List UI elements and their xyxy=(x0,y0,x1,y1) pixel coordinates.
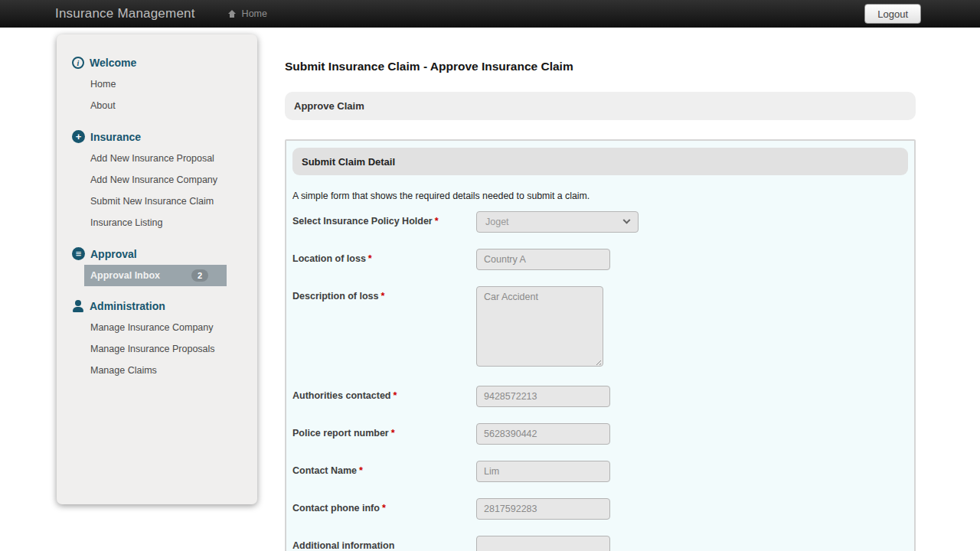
police-report-number-input[interactable] xyxy=(476,423,610,445)
required-marker: * xyxy=(382,503,386,514)
breadcrumb-home[interactable]: Home xyxy=(227,8,267,19)
form-row: Location of loss* xyxy=(292,249,908,270)
sidebar-header-welcome: i Welcome xyxy=(57,53,257,73)
topbar: Insurance Management Home Logout xyxy=(0,0,980,28)
form-row: Additional information xyxy=(292,536,908,551)
field-label: Contact phone info* xyxy=(292,498,476,520)
sidebar-item-insurance-listing[interactable]: Insurance Listing xyxy=(57,212,257,233)
required-marker: * xyxy=(359,465,363,476)
app-title: Insurance Management xyxy=(55,6,195,21)
sidebar-section-insurance: + Insurance Add New Insurance Proposal A… xyxy=(57,126,257,233)
plus-icon: + xyxy=(72,130,85,143)
field-label: Location of loss* xyxy=(292,249,476,270)
form-row: Contact phone info* xyxy=(292,498,908,520)
sidebar-header-insurance: + Insurance xyxy=(57,126,257,148)
required-marker: * xyxy=(435,216,439,227)
breadcrumb-home-label: Home xyxy=(242,8,267,19)
sidebar-section-administration: Administration Manage Insurance Company … xyxy=(57,296,257,381)
user-icon xyxy=(72,300,84,312)
field-label: Police report number* xyxy=(292,423,476,445)
contact-name-input[interactable] xyxy=(476,461,610,482)
selected-option-label: Joget xyxy=(485,217,509,227)
form-row: Authorities contacted* xyxy=(292,386,908,407)
page-title: Submit Insurance Claim - Approve Insuran… xyxy=(285,60,916,73)
sidebar-header-label: Administration xyxy=(90,300,165,312)
sidebar: i Welcome Home About + Insurance Add New… xyxy=(57,34,257,504)
sidebar-item-approval-inbox[interactable]: Approval Inbox 2 xyxy=(84,265,227,286)
form-row: Contact Name* xyxy=(292,461,908,482)
sidebar-section-approval: ≡ Approval Approval Inbox 2 xyxy=(57,243,257,286)
field-label: Select Insurance Policy Holder* xyxy=(292,211,476,233)
logout-button[interactable]: Logout xyxy=(864,4,921,24)
sidebar-header-label: Approval xyxy=(90,248,137,260)
form-section-title: Submit Claim Detail xyxy=(292,148,908,175)
claim-form-panel: Submit Claim Detail A simple form that s… xyxy=(285,139,916,551)
required-marker: * xyxy=(368,253,372,264)
contact-phone-input[interactable] xyxy=(476,498,610,520)
sidebar-header-label: Insurance xyxy=(90,131,141,143)
sidebar-item-manage-claims[interactable]: Manage Claims xyxy=(57,360,257,381)
sidebar-item-add-new-insurance-proposal[interactable]: Add New Insurance Proposal xyxy=(57,148,257,169)
form-description: A simple form that shows the required de… xyxy=(292,191,908,201)
sidebar-item-home[interactable]: Home xyxy=(57,73,257,95)
content-area: Submit Insurance Claim - Approve Insuran… xyxy=(285,28,916,551)
sidebar-item-add-new-insurance-company[interactable]: Add New Insurance Company xyxy=(57,169,257,191)
sidebar-header-label: Welcome xyxy=(90,57,136,69)
authorities-contacted-input[interactable] xyxy=(476,386,610,407)
unread-count-badge: 2 xyxy=(191,269,208,282)
required-marker: * xyxy=(381,291,385,302)
form-row: Police report number* xyxy=(292,423,908,445)
home-icon xyxy=(227,10,237,18)
sidebar-item-about[interactable]: About xyxy=(57,95,257,116)
sidebar-section-welcome: i Welcome Home About xyxy=(57,53,257,116)
chevron-down-icon xyxy=(623,216,631,223)
sidebar-item-submit-new-insurance-claim[interactable]: Submit New Insurance Claim xyxy=(57,191,257,212)
field-label: Authorities contacted* xyxy=(292,386,476,407)
location-of-loss-input[interactable] xyxy=(476,249,610,270)
policy-holder-select[interactable]: Joget xyxy=(476,211,639,233)
description-of-loss-textarea[interactable]: Car Accident xyxy=(476,286,603,367)
sidebar-header-approval: ≡ Approval xyxy=(57,243,257,265)
field-label: Description of loss* xyxy=(292,286,476,370)
sidebar-item-manage-insurance-company[interactable]: Manage Insurance Company xyxy=(57,317,257,338)
info-icon: i xyxy=(72,57,84,69)
form-row: Description of loss* Car Accident xyxy=(292,286,908,370)
list-icon: ≡ xyxy=(72,247,85,260)
form-row: Select Insurance Policy Holder* Joget xyxy=(292,211,908,233)
sidebar-item-label: Approval Inbox xyxy=(90,270,160,281)
required-marker: * xyxy=(394,390,397,401)
approve-claim-section-header: Approve Claim xyxy=(285,92,916,120)
required-marker: * xyxy=(391,428,395,439)
sidebar-item-manage-insurance-proposals[interactable]: Manage Insurance Proposals xyxy=(57,338,257,360)
field-label: Additional information xyxy=(292,536,476,551)
field-label: Contact Name* xyxy=(292,461,476,482)
additional-information-input[interactable] xyxy=(476,536,610,551)
sidebar-header-administration: Administration xyxy=(57,296,257,317)
